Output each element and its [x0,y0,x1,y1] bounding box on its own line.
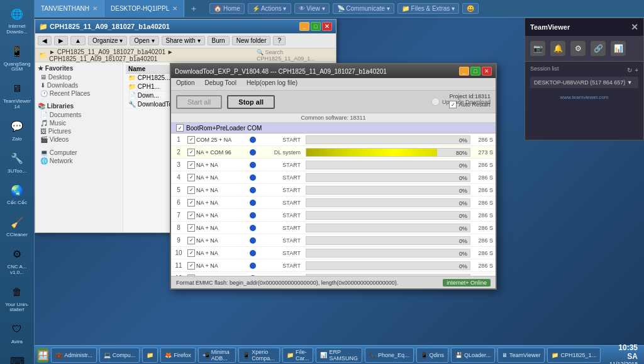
stop-all-button[interactable]: Stop all [227,95,275,109]
fe-help-button[interactable]: ? [273,36,286,45]
bt-computer[interactable]: 💻Compu... [99,348,140,363]
bt-miniadb[interactable]: 📲Minima ADB... [198,348,236,363]
fe-up-button[interactable]: ▲ [70,36,86,45]
row-check-9[interactable]: ✓ [186,237,196,244]
home-button[interactable]: 🏠 Home [209,3,244,14]
download-row-2[interactable]: 2 ✓ NA + COM 96 DL system 80% 273 S [171,146,496,159]
download-row-3[interactable]: 3 ✓ NA + NA START 0% 286 S [171,159,496,171]
dialog-maximize-button[interactable]: □ [470,67,480,76]
session-refresh-icon[interactable]: ↻ [627,67,632,74]
bt-admin[interactable]: 💼Administr... [51,348,97,363]
download-row-8[interactable]: 8 ✓ NA + NA START 0% 286 S [171,222,496,234]
fe-organize-button[interactable]: Organize ▾ [88,36,127,45]
tab-close-icon[interactable]: ✕ [92,5,97,12]
sidebar-item-pictures[interactable]: 🖼 Pictures [38,127,120,135]
actions-button[interactable]: ⚡ Actions ▾ [248,3,291,14]
download-row-5[interactable]: 5 ✓ NA + NA START 0% 286 S [171,184,496,196]
taskbar-item-ccleaner[interactable]: 🧹 CCleaner [1,211,33,241]
row-check-7[interactable]: ✓ [186,212,196,219]
row-check-1[interactable]: ✓ [186,136,196,144]
bt-cph1825[interactable]: 📁CPH1825_1... [547,348,601,363]
menu-option[interactable]: Option [171,78,199,90]
session-expand-icon[interactable]: + [635,67,638,74]
taskbar-item-unikey[interactable]: ⌨ UniKey [1,350,33,364]
menu-debug[interactable]: Debug Tool [199,78,241,90]
tab-add-button[interactable]: ＋ [184,3,203,14]
maximize-button[interactable]: □ [311,22,321,31]
auto-restart-checkbox[interactable]: ✓ [449,101,457,108]
fe-search-box[interactable]: 🔍 Search CPH1825_11_A09_1... [257,49,332,62]
taskbar-item-uninstaller[interactable]: 🗑 Your Unin-staller! [1,281,33,316]
bt-phone[interactable]: 📞Phone_Eq... [365,348,414,363]
row-check-5[interactable]: ✓ [186,186,196,194]
row-check-3[interactable]: ✓ [186,161,196,169]
tv-icon-4[interactable]: 🔗 [591,41,606,56]
files-button[interactable]: 📁 Files & Extras ▾ [397,3,459,14]
fe-share-button[interactable]: Share with ▾ [162,36,205,45]
bt-teamviewer-bt[interactable]: 🖥TeamViewer [497,348,545,363]
sidebar-item-network[interactable]: 🌐 Network [38,157,120,165]
upgrade-radio[interactable] [431,98,440,106]
tab-desktop[interactable]: DESKTOP-HQ1IPPL ✕ [104,0,184,17]
row-check-2[interactable]: ✓ [186,149,196,156]
bt-folder[interactable]: 📁 [142,348,158,363]
dialog-minimize-button[interactable]: _ [459,67,469,76]
fe-forward-button[interactable]: ▶ [54,36,68,45]
download-row-6[interactable]: 6 ✓ NA + NA START 0% 286 S [171,196,496,209]
fe-burn-button[interactable]: Burn [208,36,230,45]
teamviewer-url[interactable]: www.teamviewer.com [525,92,643,103]
taskbar-item-internet[interactable]: 🌐 Internet Downlo... [1,3,33,38]
bt-qdins[interactable]: 📱Qdins [416,348,449,363]
sidebar-item-desktop[interactable]: 🖥 Desktop [38,73,120,81]
download-row-11[interactable]: 11 ✓ NA + NA START 0% 286 S [171,259,496,272]
close-button[interactable]: ✕ [322,22,332,31]
teamviewer-close-button[interactable]: ✕ [631,22,638,32]
tab-tanvienthanh[interactable]: TANVIENTHANH ✕ [35,0,104,17]
row-check-10[interactable]: ✓ [186,249,196,257]
menu-help[interactable]: Help(open log file) [242,78,303,90]
bt-qloader[interactable]: 💾QLoader... [451,348,495,363]
taskbar-item-3u[interactable]: 🔧 3UToo... [1,147,33,177]
tv-icon-1[interactable]: 📷 [530,41,545,56]
taskbar-item-avira[interactable]: 🛡 Avira [1,318,33,348]
bt-xperio[interactable]: 📱Xperio Compa... [238,348,280,363]
taskbar-item-cnc[interactable]: ⚙ CNC A... v1.0... [1,243,33,278]
row-check-8[interactable]: ✓ [186,224,196,232]
download-row-7[interactable]: 7 ✓ NA + NA START 0% 286 S [171,209,496,222]
taskbar-item-teamviewer[interactable]: 🖥 TeamViewer 14 [1,77,33,113]
minimize-button[interactable]: _ [299,22,309,31]
download-row-1[interactable]: 1 ✓ COM 25 + NA START 0% 286 S [171,134,496,146]
boot-com-checkbox[interactable]: ✓ [176,124,184,132]
download-row-4[interactable]: 4 ✓ NA + NA START 0% 286 S [171,171,496,184]
fe-open-button[interactable]: Open ▾ [130,36,158,45]
tv-icon-5[interactable]: 📊 [611,41,626,56]
session-item[interactable]: DESKTOP-U88VARD (517 864 657) ▼ [530,77,638,88]
bt-filecar[interactable]: 📁File-Car... [282,348,314,363]
communicate-button[interactable]: 📡 Communicate ▾ [333,3,394,14]
sidebar-item-recent[interactable]: 🕐 Recent Places [38,89,120,98]
fe-newfolder-button[interactable]: New folder [232,36,271,45]
tv-icon-2[interactable]: 🔔 [550,41,565,56]
tab-desktop-close-icon[interactable]: ✕ [172,5,177,12]
sidebar-item-videos[interactable]: 🎬 Videos [38,135,120,144]
bt-erp[interactable]: 📊ERP SAMSUNG [316,348,362,363]
download-row-9[interactable]: 9 ✓ NA + NA START 0% 286 S [171,234,496,247]
bt-firefox[interactable]: 🦊Firefox [160,348,196,363]
download-row-10[interactable]: 10 ✓ NA + NA START 0% 286 S [171,247,496,259]
row-check-6[interactable]: ✓ [186,199,196,207]
tv-icon-3[interactable]: ⚙ [570,41,586,56]
sidebar-item-downloads[interactable]: ⬇ Downloads [38,81,120,89]
row-check-4[interactable]: ✓ [186,174,196,181]
view-button[interactable]: 👁 View ▾ [294,3,330,14]
taskbar-item-zalo[interactable]: 💬 Zalo [1,115,33,145]
start-button[interactable]: 🪟 [37,348,48,363]
sidebar-item-documents[interactable]: 📄 Documents [38,111,120,119]
sidebar-item-computer[interactable]: 💻 Computer [38,149,120,157]
taskbar-item-quangsang[interactable]: 📱 QuangSang GSM [1,40,33,76]
fe-back-button[interactable]: ◀ [38,36,52,45]
start-all-button[interactable]: Start all [176,95,222,109]
sidebar-item-music[interactable]: 🎵 Music [38,119,120,127]
row-check-11[interactable]: ✓ [186,262,196,270]
dialog-close-button[interactable]: ✕ [482,67,492,76]
taskbar-item-coccoc[interactable]: 🌏 Cốc Cốc [1,179,33,208]
